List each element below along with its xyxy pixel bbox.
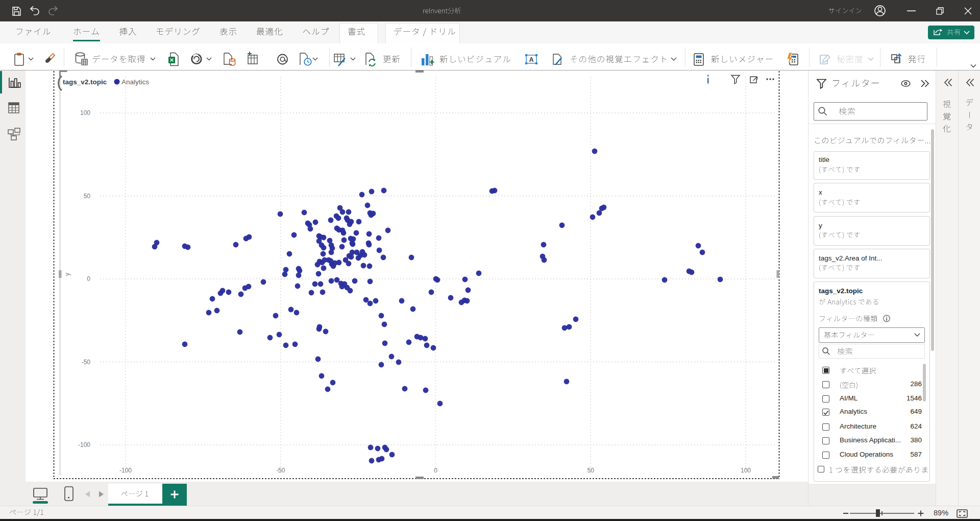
svg-text:A: A (529, 56, 534, 63)
